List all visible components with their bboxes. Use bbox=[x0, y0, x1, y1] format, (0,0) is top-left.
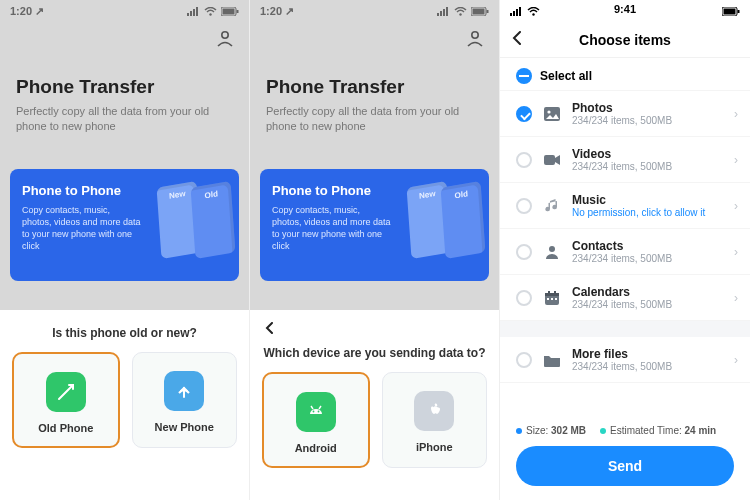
status-time: 1:20 bbox=[10, 5, 32, 17]
item-music[interactable]: MusicNo permission, click to allow it› bbox=[500, 183, 750, 229]
svg-point-13 bbox=[459, 13, 461, 15]
item-name: Calendars bbox=[572, 285, 672, 299]
battery-icon bbox=[471, 7, 489, 16]
back-button[interactable] bbox=[510, 29, 524, 50]
back-button[interactable] bbox=[262, 320, 487, 340]
card-illustration: New Old bbox=[175, 183, 233, 256]
svg-rect-11 bbox=[443, 9, 445, 16]
item-name: Videos bbox=[572, 147, 672, 161]
old-phone-icon bbox=[46, 372, 86, 412]
svg-line-20 bbox=[311, 406, 313, 409]
svg-point-4 bbox=[209, 13, 211, 15]
signal-icon bbox=[187, 7, 200, 16]
page-title: Phone Transfer bbox=[0, 52, 249, 104]
sheet-question: Is this phone old or new? bbox=[12, 320, 237, 352]
item-calendars[interactable]: Calendars234/234 items, 500MB› bbox=[500, 275, 750, 321]
svg-rect-15 bbox=[473, 8, 485, 14]
transfer-stats: Size: 302 MB Estimated Time: 24 min bbox=[516, 425, 734, 436]
svg-rect-12 bbox=[446, 7, 448, 16]
screenshot-panel-2: 1:20 ↗ Phone Transfer Perfectly copy all… bbox=[250, 0, 500, 500]
item-meta[interactable]: No permission, click to allow it bbox=[572, 207, 705, 218]
card-heading: Phone to Phone bbox=[22, 183, 227, 198]
svg-point-32 bbox=[547, 110, 550, 113]
status-arrow-icon: ↗ bbox=[35, 5, 44, 17]
svg-rect-7 bbox=[237, 10, 239, 13]
dot-icon bbox=[516, 428, 522, 434]
item-photos[interactable]: Photos234/234 items, 500MB› bbox=[500, 91, 750, 137]
checkbox[interactable] bbox=[516, 198, 532, 214]
chevron-right-icon: › bbox=[734, 107, 738, 121]
checkbox[interactable] bbox=[516, 244, 532, 260]
contact-icon bbox=[542, 244, 562, 260]
choice-label: iPhone bbox=[389, 441, 481, 453]
svg-point-19 bbox=[317, 411, 319, 413]
choice-new-phone[interactable]: New Phone bbox=[132, 352, 238, 448]
checkbox[interactable] bbox=[516, 290, 532, 306]
apple-icon bbox=[414, 391, 454, 431]
item-meta: 234/234 items, 500MB bbox=[572, 115, 672, 126]
item-videos[interactable]: Videos234/234 items, 500MB› bbox=[500, 137, 750, 183]
status-arrow-icon: ↗ bbox=[285, 5, 294, 17]
svg-rect-10 bbox=[440, 11, 442, 16]
profile-icon[interactable] bbox=[215, 28, 235, 52]
card-heading: Phone to Phone bbox=[272, 183, 477, 198]
wifi-icon bbox=[204, 7, 217, 16]
choice-android[interactable]: Android bbox=[262, 372, 370, 468]
status-bar: 1:20 ↗ bbox=[250, 0, 499, 22]
select-all-row[interactable]: Select all bbox=[500, 58, 750, 91]
svg-rect-2 bbox=[193, 9, 195, 16]
send-button[interactable]: Send bbox=[516, 446, 734, 486]
item-meta: 234/234 items, 500MB bbox=[572, 161, 672, 172]
section-gap bbox=[500, 321, 750, 337]
select-all-label: Select all bbox=[540, 69, 592, 83]
status-bar: 1:20 ↗ bbox=[0, 0, 249, 22]
battery-icon bbox=[221, 7, 239, 16]
card-description: Copy contacts, music, photos, videos and… bbox=[272, 204, 392, 253]
android-icon bbox=[296, 392, 336, 432]
svg-rect-39 bbox=[547, 298, 549, 300]
chevron-right-icon: › bbox=[734, 153, 738, 167]
page-title: Phone Transfer bbox=[250, 52, 499, 104]
svg-rect-14 bbox=[471, 7, 486, 16]
item-more-files[interactable]: More files234/234 items, 500MB › bbox=[500, 337, 750, 383]
phone-to-phone-card[interactable]: Phone to Phone Copy contacts, music, pho… bbox=[10, 169, 239, 281]
svg-rect-5 bbox=[221, 7, 236, 16]
chevron-right-icon: › bbox=[734, 245, 738, 259]
svg-point-18 bbox=[312, 411, 314, 413]
choice-old-phone[interactable]: Old Phone bbox=[12, 352, 120, 448]
item-name: Contacts bbox=[572, 239, 672, 253]
choice-iphone[interactable]: iPhone bbox=[382, 372, 488, 468]
bottom-sheet: Which device are you sending data to? An… bbox=[250, 310, 499, 500]
screenshot-panel-3: 9:41 Choose items Select all Photos234/2… bbox=[500, 0, 750, 500]
choice-label: New Phone bbox=[139, 421, 231, 433]
choice-label: Android bbox=[270, 442, 362, 454]
sheet-question: Which device are you sending data to? bbox=[262, 340, 487, 372]
wifi-icon bbox=[454, 7, 467, 16]
header-title: Choose items bbox=[579, 32, 671, 48]
svg-point-34 bbox=[549, 246, 555, 252]
item-meta: 234/234 items, 500MB bbox=[572, 253, 672, 264]
choose-items-header: Choose items bbox=[500, 22, 750, 58]
checkbox[interactable] bbox=[516, 152, 532, 168]
item-meta: 234/234 items, 500MB bbox=[572, 361, 672, 372]
item-contacts[interactable]: Contacts234/234 items, 500MB› bbox=[500, 229, 750, 275]
status-time: 9:41 bbox=[500, 3, 750, 15]
new-phone-icon bbox=[164, 371, 204, 411]
footer: Size: 302 MB Estimated Time: 24 min Send bbox=[500, 415, 750, 500]
item-name: Photos bbox=[572, 101, 672, 115]
svg-point-8 bbox=[222, 32, 228, 38]
svg-rect-1 bbox=[190, 11, 192, 16]
card-illustration: New Old bbox=[425, 183, 483, 256]
svg-rect-37 bbox=[548, 291, 550, 294]
svg-rect-6 bbox=[223, 8, 235, 14]
checkbox[interactable] bbox=[516, 352, 532, 368]
photo-icon bbox=[542, 106, 562, 122]
svg-rect-3 bbox=[196, 7, 198, 16]
profile-icon[interactable] bbox=[465, 28, 485, 52]
item-name: More files bbox=[572, 347, 672, 361]
svg-rect-0 bbox=[187, 13, 189, 16]
music-icon bbox=[542, 198, 562, 214]
item-name: Music bbox=[572, 193, 705, 207]
phone-to-phone-card[interactable]: Phone to Phone Copy contacts, music, pho… bbox=[260, 169, 489, 281]
checkbox[interactable] bbox=[516, 106, 532, 122]
